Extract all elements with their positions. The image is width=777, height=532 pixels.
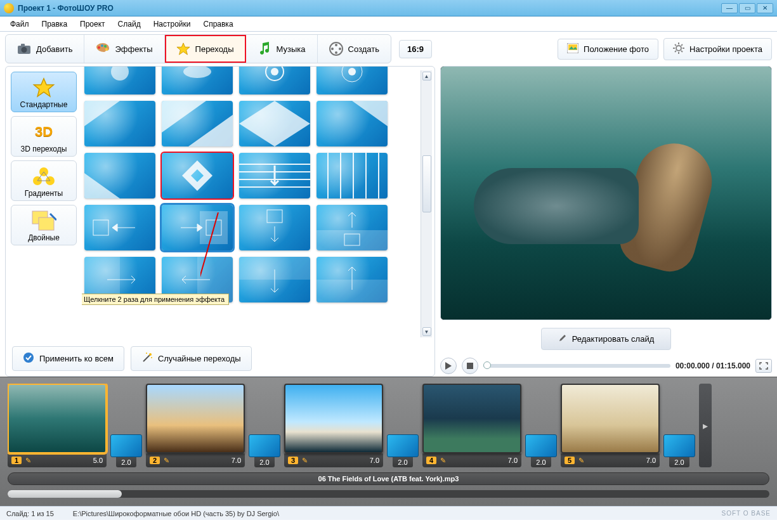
svg-marker-25 [34,79,53,96]
svg-rect-60 [206,220,221,235]
svg-marker-47 [182,160,212,191]
tab-effects[interactable]: Эффекты [84,35,164,63]
transition-thumb-selected[interactable] [162,153,233,198]
seek-bar[interactable] [483,364,670,368]
category-gradients[interactable]: Градиенты [11,160,77,201]
svg-line-21 [675,44,676,46]
transition-thumb[interactable] [317,257,388,302]
transition-thumb[interactable] [317,205,388,250]
scrollbar[interactable]: ▲ ▼ [421,70,432,337]
timeline-transition[interactable] [525,434,557,457]
edit-slide-button[interactable]: Редактировать слайд [541,328,672,350]
tab-music[interactable]: Музыка [246,35,318,63]
menu-project[interactable]: Проект [74,18,112,30]
photo-position-button[interactable]: Положение фото [558,39,658,60]
category-standard[interactable]: Стандартные [11,72,77,112]
tab-add[interactable]: Добавить [6,35,84,63]
timeline-slide[interactable]: 4✎7.0 [422,384,521,467]
transition-thumb[interactable] [239,101,310,146]
transition-thumb[interactable] [317,101,388,146]
timeline-slide[interactable]: 3✎7.0 [284,384,383,467]
pencil-icon[interactable]: ✎ [578,457,584,465]
seek-knob[interactable] [483,361,491,369]
aspect-ratio[interactable]: 16:9 [399,40,432,58]
timeline-scroll-thumb[interactable] [8,490,122,498]
svg-point-38 [266,67,284,81]
svg-point-12 [331,48,334,50]
slide-thumb[interactable] [8,384,107,453]
category-3d[interactable]: 3D 3D переходы [11,116,77,157]
category-double[interactable]: Двойные [11,205,77,245]
pencil-icon[interactable]: ✎ [440,457,446,465]
slide-number: 2 [150,457,160,464]
timeline-transition[interactable] [663,434,695,457]
maximize-button[interactable]: ▭ [739,3,755,13]
svg-rect-2 [21,44,25,46]
transition-thumb[interactable] [162,67,233,94]
slide-duration: 7.0 [508,457,518,464]
pencil-icon [558,334,567,344]
menu-settings[interactable]: Настройки [147,18,197,30]
scroll-up-icon[interactable]: ▲ [422,72,431,81]
transition-thumb[interactable] [317,67,388,94]
close-button[interactable]: ✕ [757,3,773,13]
pencil-icon[interactable]: ✎ [302,457,308,465]
play-button[interactable] [440,358,457,374]
pencil-icon[interactable]: ✎ [164,457,169,465]
timeline-scrollbar[interactable] [8,490,769,498]
transition-thumb[interactable] [162,101,233,146]
fullscreen-button[interactable] [755,359,772,373]
transition-thumb[interactable] [317,153,388,198]
timeline-transition[interactable] [249,434,280,457]
stop-button[interactable] [462,358,478,374]
transition-duration: 2.0 [116,457,136,467]
project-settings-button[interactable]: Настройки проекта [663,38,772,60]
slide-thumb[interactable] [561,384,660,453]
menu-help[interactable]: Справка [197,18,239,30]
transition-thumb[interactable] [239,153,310,198]
timeline-slide[interactable]: 2✎7.0 [146,384,245,467]
svg-rect-63 [344,234,360,245]
random-transitions-button[interactable]: Случайные переходы [131,346,252,371]
menu-file[interactable]: Файл [4,18,36,30]
timeline-slide[interactable]: 5✎7.0 [561,384,660,467]
audio-track[interactable]: 06 The Fields of Love (ATB feat. York).m… [8,472,769,485]
window-title: Проект 1 - ФотоШОУ PRO [18,4,721,13]
scroll-down-icon[interactable]: ▼ [422,327,431,336]
gear-icon [673,42,684,56]
slide-number: 5 [565,457,575,464]
menu-slide[interactable]: Слайд [112,18,147,30]
transition-thumb[interactable] [84,205,155,250]
apply-all-button[interactable]: Применить ко всем [12,346,124,371]
scroll-thumb[interactable] [422,155,431,212]
slide-thumb[interactable] [146,384,245,453]
tab-transitions[interactable]: Переходы [165,35,246,63]
svg-rect-61 [267,210,282,223]
transition-thumb[interactable] [239,67,310,94]
slide-thumb[interactable] [284,384,383,453]
slide-thumb[interactable] [422,384,521,453]
timeline-transition[interactable] [387,434,419,457]
svg-marker-42 [162,101,206,133]
transition-thumb[interactable] [84,101,155,146]
photo-icon [567,43,578,55]
transition-thumb[interactable] [84,67,155,94]
svg-point-40 [342,67,362,82]
preview-viewport [440,66,772,320]
transition-thumb[interactable] [239,257,310,302]
tab-create[interactable]: Создать [318,35,391,63]
svg-point-16 [676,46,681,51]
transition-thumb[interactable] [239,205,310,250]
svg-rect-62 [317,230,388,250]
transition-thumb[interactable] [84,153,155,198]
timeline-scroll-right[interactable]: ▸ [699,384,712,467]
timeline-slide[interactable]: 1✎5.0 [8,384,107,467]
menu-edit[interactable]: Правка [36,18,74,30]
svg-rect-33 [39,217,54,230]
transition-thumb[interactable] [162,205,233,250]
transition-duration: 2.0 [531,457,551,467]
pencil-icon[interactable]: ✎ [25,457,31,465]
tab-effects-label: Эффекты [115,44,152,54]
minimize-button[interactable]: — [721,3,738,13]
timeline-transition[interactable] [110,434,142,457]
